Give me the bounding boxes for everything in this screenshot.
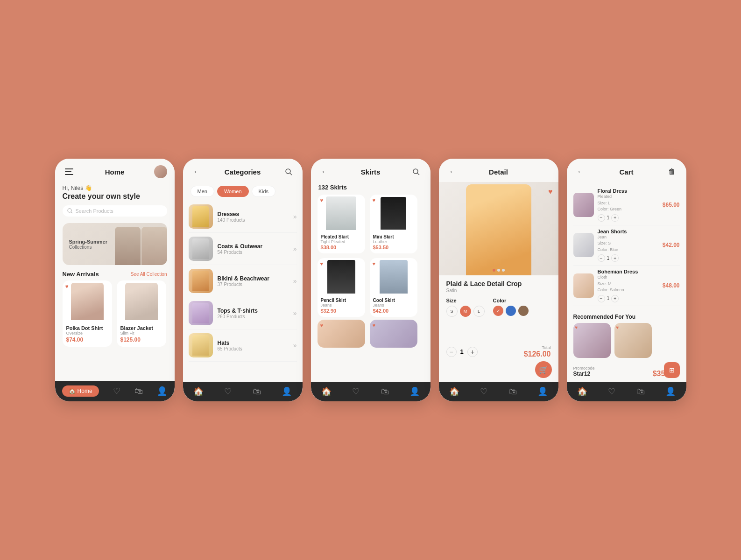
tab-men[interactable]: Men	[191, 186, 214, 197]
nav4-wishlist[interactable]: ♡	[480, 386, 487, 397]
skirt-heart-3[interactable]: ♥	[373, 261, 376, 266]
category-thumb-bikini	[189, 269, 213, 293]
rec-item-0[interactable]: ♥	[573, 323, 611, 358]
nav-wishlist[interactable]: ♡	[113, 386, 120, 396]
skirt-sub-0: Tight Pleated	[321, 239, 362, 244]
skirt-card-0[interactable]: ♥ Pleated Skirt Tight Pleated $38.00	[318, 195, 365, 253]
nav-profile[interactable]: 👤	[157, 386, 167, 396]
back-icon-detail[interactable]: ←	[446, 165, 459, 178]
menu-icon[interactable]	[63, 165, 76, 178]
search-placeholder: Search Products	[76, 208, 113, 214]
tab-kids[interactable]: Kids	[252, 186, 275, 197]
category-thumb-tops	[189, 301, 213, 325]
size-l[interactable]: L	[473, 306, 485, 317]
category-item-coats[interactable]: Coats & Outwear 54 Products »	[189, 233, 297, 265]
skirt-heart-extra-2[interactable]: ♥	[373, 322, 376, 328]
nav2-home[interactable]: 🏠	[193, 386, 204, 397]
qty-increase[interactable]: +	[467, 347, 478, 357]
nav5-profile[interactable]: 👤	[665, 386, 676, 397]
category-thumb-hats	[189, 333, 213, 357]
rec-heart-0[interactable]: ♥	[575, 325, 578, 330]
category-item-bikini[interactable]: Bikini & Beachwear 37 Products »	[189, 265, 297, 297]
nav2-bag[interactable]: 🛍	[253, 387, 261, 397]
size-m[interactable]: M	[460, 306, 471, 317]
search-icon[interactable]	[282, 165, 295, 178]
nav2-profile[interactable]: 👤	[282, 386, 292, 397]
nav-bag[interactable]: 🛍	[134, 386, 143, 396]
nav2-wishlist[interactable]: ♡	[224, 386, 232, 397]
skirt-card-extra-1[interactable]: ♥	[318, 320, 365, 348]
skirt-price-2: $32.90	[321, 308, 362, 314]
color-section: Color	[493, 298, 529, 317]
back-icon[interactable]: ←	[191, 165, 204, 178]
checkout-button[interactable]: ⊞	[664, 362, 680, 378]
product-card-1[interactable]: ♥ Polka Dot Shirt Oversize $74.00	[63, 280, 112, 347]
skirt-heart-extra-1[interactable]: ♥	[320, 322, 324, 328]
skirt-info-0: Pleated Skirt Tight Pleated $38.00	[318, 232, 365, 253]
rec-item-1[interactable]: ♥	[614, 323, 652, 358]
search-bar[interactable]: Search Products	[63, 205, 167, 217]
banner: Spring-Summer Collections	[63, 223, 167, 265]
skirt-heart-2[interactable]: ♥	[320, 261, 324, 266]
size-section: Size S M L	[446, 298, 485, 317]
category-name-0: Dresses	[218, 211, 289, 217]
color-btn-3[interactable]	[518, 306, 529, 316]
skirt-price-3: $42.00	[373, 308, 414, 314]
nav-home[interactable]: 🏠 Home	[62, 385, 99, 397]
nav5-bag[interactable]: 🛍	[636, 387, 645, 397]
skirt-card-2[interactable]: ♥ Pencil Skirt Jeans $32.90	[318, 258, 365, 317]
qty-inc-1[interactable]: +	[611, 254, 619, 262]
nav3-home[interactable]: 🏠	[321, 386, 332, 397]
nav4-home[interactable]: 🏠	[449, 386, 459, 397]
banner-line1: Spring-Summer	[69, 239, 108, 245]
nav5-home[interactable]: 🏠	[577, 386, 587, 397]
detail-material: Satin	[446, 288, 551, 293]
skirt-info-2: Pencil Skirt Jeans $32.90	[318, 295, 365, 317]
cart-item-qty-0: − 1 +	[598, 214, 659, 222]
skirt-card-extra-2[interactable]: ♥	[370, 320, 417, 348]
product-card-2[interactable]: Blazer Jacket Slim Fit $125.00	[117, 280, 166, 347]
cart-item-name-2: Bohemian Dress	[598, 269, 659, 274]
detail-wishlist-icon[interactable]: ♥	[548, 188, 553, 196]
qty-dec-1[interactable]: −	[598, 254, 605, 262]
nav3-profile[interactable]: 👤	[409, 386, 420, 397]
qty-decrease[interactable]: −	[446, 347, 457, 357]
nav4-profile[interactable]: 👤	[537, 386, 548, 397]
nav3-wishlist[interactable]: ♡	[352, 386, 360, 397]
color-btn-1[interactable]	[493, 306, 503, 316]
category-item-tops[interactable]: Tops & T-shirts 260 Products »	[189, 297, 297, 329]
nav4-bag[interactable]: 🛍	[508, 387, 517, 397]
wishlist-icon-1[interactable]: ♥	[65, 283, 69, 290]
skirt-heart-1[interactable]: ♥	[373, 197, 376, 203]
color-btn-2[interactable]	[506, 306, 516, 316]
cart-item-price-0: $65.00	[663, 202, 680, 208]
skirt-card-3[interactable]: ♥ Cool Skirt Jeans $42.00	[370, 258, 417, 317]
size-s[interactable]: S	[446, 306, 458, 317]
avatar[interactable]	[154, 165, 167, 178]
skirt-card-1[interactable]: ♥ Mini Skirt Leather $53.50	[370, 195, 417, 253]
skirt-heart-0[interactable]: ♥	[320, 197, 324, 203]
back-icon-skirts[interactable]: ←	[318, 165, 332, 178]
category-item-dresses[interactable]: Dresses 140 Products »	[189, 201, 297, 233]
home-title: Home	[105, 168, 125, 176]
add-to-cart-button[interactable]: 🛒	[535, 361, 552, 378]
figure-cool	[380, 260, 408, 294]
chevron-icon-0: »	[293, 213, 297, 220]
qty-dec-0[interactable]: −	[598, 214, 605, 222]
tab-women[interactable]: Women	[217, 186, 249, 197]
category-item-hats[interactable]: Hats 65 Products »	[189, 329, 297, 362]
nav3-bag[interactable]: 🛍	[381, 387, 389, 397]
nav5-wishlist[interactable]: ♡	[608, 386, 615, 397]
qty-control: − 1 +	[446, 347, 478, 357]
delete-icon[interactable]: 🗑	[665, 165, 678, 178]
qty-inc-2[interactable]: +	[611, 295, 619, 302]
qty-inc-0[interactable]: +	[611, 214, 619, 222]
tagline-text: Create your own style	[63, 192, 167, 201]
search-icon-skirts[interactable]	[409, 165, 423, 178]
rec-heart-1[interactable]: ♥	[616, 325, 619, 330]
qty-dec-2[interactable]: −	[598, 295, 605, 302]
cart-item-price-2: $48.00	[663, 282, 680, 289]
see-all-label[interactable]: See All Collection	[131, 272, 167, 277]
back-icon-cart[interactable]: ←	[574, 165, 587, 178]
cart-item-qty-2: − 1 +	[598, 295, 659, 302]
